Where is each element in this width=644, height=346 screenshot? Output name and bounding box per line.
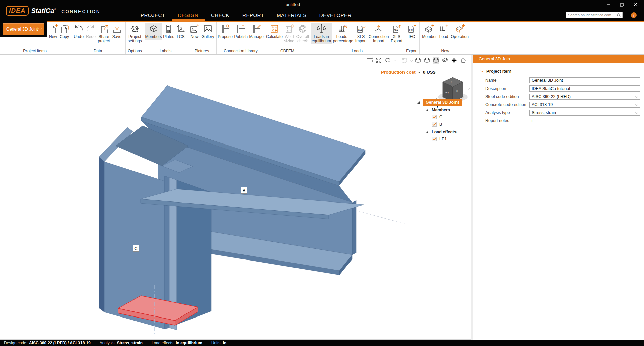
menu-tab-design[interactable]: DESIGN [172, 9, 205, 21]
tree-expand-icon[interactable] [426, 131, 428, 133]
field-label-description: Description [485, 86, 529, 91]
ribbon-item-publish[interactable]: Publish [233, 23, 248, 40]
info-icon[interactable]: i [631, 12, 637, 18]
main-menu: PROJECT DESIGN CHECK REPORT MATERIALS DE… [134, 9, 358, 21]
ribbon-item-new-load[interactable]: Load [438, 23, 450, 40]
ribbon-item-plates-labels[interactable]: Plates [162, 23, 175, 40]
menu-tab-developer[interactable]: DEVELOPER [313, 9, 358, 21]
ribbon-group-cbfem: Calculate Weld sizing Overall check CBFE… [265, 22, 310, 54]
xls-export-icon: XLS [392, 24, 402, 34]
ribbon-item-new-project[interactable]: New [47, 23, 59, 40]
ribbon-item-share-project[interactable]: Share project [97, 23, 111, 44]
section-project-item[interactable]: Project item [481, 69, 644, 74]
ribbon-item-new-picture[interactable]: New [188, 23, 200, 40]
wireframe-cube-icon[interactable] [415, 57, 421, 64]
ribbon-item-loads-percentage[interactable]: % Loads - percentage [332, 23, 354, 44]
ribbon-item-loads-in-equilibrium[interactable]: Loads in equilibrium [311, 23, 332, 44]
tree-leaf-member-c[interactable]: C [432, 113, 470, 121]
ribbon-item-xls-import[interactable]: XLS XLS Import [354, 23, 368, 44]
status-load-effects: Load effects:In equilibrium [152, 341, 202, 345]
measure-icon[interactable] [366, 57, 373, 64]
checkbox-checked[interactable] [432, 115, 437, 119]
name-field[interactable] [529, 77, 640, 83]
ribbon-group-pictures: New Gallery Pictures [187, 22, 217, 54]
ribbon-item-manage[interactable]: Manage [248, 23, 264, 40]
new-load-icon [439, 24, 449, 34]
panel-header: General 3D Join [473, 55, 644, 63]
ribbon-item-copy[interactable]: Copy [59, 23, 70, 40]
titlebar: IDEA StatiCa® CONNECTION untitled PROJEC… [0, 0, 644, 21]
steel-code-select[interactable]: AISC 360-22 (LRFD) [529, 94, 640, 100]
tree-expand-icon[interactable] [417, 101, 420, 104]
analysis-type-select[interactable]: Stress, strain [529, 110, 640, 116]
rotate-options-chevron[interactable] [393, 58, 397, 62]
ribbon-item-overall-check: Overall check [296, 23, 310, 44]
home-view-icon[interactable] [460, 57, 467, 64]
share-project-icon [99, 24, 109, 34]
status-units: Units:in [211, 341, 226, 345]
ribbon-group-loads: Loads in equilibrium % Loads - percentag… [310, 22, 404, 54]
tree-expand-icon[interactable] [426, 109, 428, 111]
ribbon-item-gallery[interactable]: Gallery [200, 23, 215, 40]
field-label-name: Name [485, 78, 529, 83]
viewport-3d[interactable]: B C Production cost - 0 US$ [0, 55, 471, 340]
ribbon-item-project-settings[interactable]: Project settings [127, 23, 143, 44]
ribbon-item-new-operation[interactable]: Operation [450, 23, 470, 40]
svg-text:IFC: IFC [409, 28, 413, 31]
minimize-button[interactable] [602, 1, 615, 9]
solid-cube-icon[interactable] [433, 57, 439, 64]
ribbon-item-save[interactable]: Save [111, 23, 123, 40]
ribbon-group-labels: Members Plates LCS Labels [144, 22, 187, 54]
menu-tab-check[interactable]: CHECK [205, 9, 236, 21]
production-cost-value: 0 US$ [423, 70, 436, 75]
tree-branch-members[interactable]: Members [432, 108, 450, 112]
ribbon-item-members-labels[interactable]: Members [145, 23, 162, 40]
checkbox-checked[interactable] [432, 122, 437, 127]
section-collapse-chevron[interactable] [480, 69, 484, 72]
viewport-toolbar [366, 57, 467, 64]
ribbon-item-propose[interactable]: Propose [217, 23, 233, 40]
checkbox-checked[interactable] [432, 137, 437, 141]
transparent-cube-icon[interactable] [424, 57, 430, 64]
concrete-code-select[interactable]: ACI 318-19 [529, 102, 640, 108]
ribbon-item-lcs-labels[interactable]: LCS [175, 23, 186, 40]
search-icon[interactable] [616, 13, 621, 17]
ribbon-item-xls-export[interactable]: XLS XLS Export [390, 23, 404, 44]
product-suite-label: CONNECTION [61, 9, 100, 14]
menu-tab-materials[interactable]: MATERIALS [270, 9, 313, 21]
menu-tab-report[interactable]: REPORT [236, 9, 270, 21]
close-button[interactable] [629, 1, 642, 9]
clip-plane-icon[interactable] [442, 57, 448, 64]
ribbon-item-redo: Redo [85, 23, 97, 40]
add-report-note-button[interactable]: + [530, 118, 534, 124]
search-input[interactable] [568, 13, 616, 17]
chevron-down-icon [635, 111, 638, 114]
production-cost: Production cost - 0 US$ [381, 70, 435, 75]
new-picture-icon [189, 24, 199, 34]
tree-root-node[interactable]: General 3D Joint [423, 99, 462, 106]
save-icon [112, 24, 122, 34]
ribbon-item-connection-import[interactable]: Connection Import [368, 23, 390, 44]
menu-tab-project[interactable]: PROJECT [134, 9, 172, 21]
window-controls [602, 1, 642, 9]
tree-branch-load-effects[interactable]: Load effects [432, 130, 457, 134]
member-label-c[interactable]: C [133, 245, 139, 252]
project-type-dropdown[interactable]: General 3D Joint [3, 23, 44, 35]
tree-leaf-member-b[interactable]: B [432, 121, 470, 128]
svg-text:+Y: +Y [445, 91, 449, 94]
overall-check-icon [298, 24, 308, 34]
ribbon-item-new-member[interactable]: Member [421, 23, 438, 40]
production-cost-label: Production cost [381, 70, 416, 75]
ribbon-item-calculate[interactable]: Calculate [265, 23, 283, 40]
tree-leaf-le1[interactable]: LE1 [432, 135, 470, 143]
ribbon-item-ifc[interactable]: IFC IFC [406, 23, 418, 40]
ribbon-group-export: IFC IFC Export [404, 22, 420, 54]
restore-button[interactable] [615, 1, 629, 9]
member-label-b[interactable]: B [241, 187, 247, 194]
fit-view-icon[interactable] [375, 57, 382, 64]
description-field[interactable] [529, 85, 640, 92]
properties-panel: General 3D Join Project item Name Descri… [473, 55, 644, 340]
field-label-analysis-type: Analysis type [485, 110, 529, 115]
ribbon-item-undo[interactable]: Undo [72, 23, 85, 40]
rotate-view-icon[interactable] [384, 57, 391, 64]
